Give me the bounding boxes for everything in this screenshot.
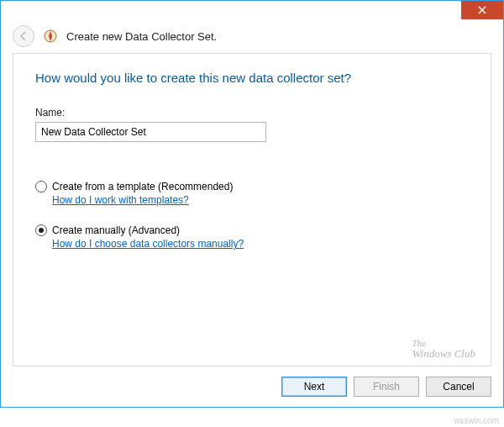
window-title: Create new Data Collector Set. <box>66 30 217 43</box>
page-heading: How would you like to create this new da… <box>35 71 469 85</box>
radio-manual-label: Create manually (Advanced) <box>52 224 180 236</box>
titlebar <box>1 1 503 24</box>
watermark: The Windows Club <box>412 339 476 359</box>
radio-manual[interactable] <box>35 224 47 236</box>
help-link-templates[interactable]: How do I work with templates? <box>52 194 189 206</box>
back-arrow-icon <box>18 30 29 42</box>
radio-template-label: Create from a template (Recommended) <box>52 181 233 192</box>
header-row: Create new Data Collector Set. <box>1 24 503 53</box>
cancel-button[interactable]: Cancel <box>426 377 491 397</box>
name-label: Name: <box>35 107 469 119</box>
content-panel: How would you like to create this new da… <box>13 53 491 366</box>
creation-mode-group: Create from a template (Recommended) How… <box>35 181 469 268</box>
next-button[interactable]: Next <box>281 377 347 397</box>
source-attribution: wsxwin.com <box>454 416 499 425</box>
back-button <box>13 25 34 47</box>
option-manual-row[interactable]: Create manually (Advanced) <box>35 224 469 236</box>
footer-buttons: Next Finish Cancel <box>1 366 503 407</box>
option-template-row[interactable]: Create from a template (Recommended) <box>35 181 469 192</box>
close-icon <box>478 6 486 14</box>
finish-button: Finish <box>354 377 419 397</box>
name-input[interactable] <box>35 122 266 142</box>
app-icon <box>43 29 58 44</box>
wizard-window: Create new Data Collector Set. How would… <box>0 0 504 408</box>
close-button[interactable] <box>461 1 503 19</box>
compass-icon <box>44 29 57 43</box>
radio-template[interactable] <box>35 181 47 192</box>
help-link-manual[interactable]: How do I choose data collectors manually… <box>52 238 244 250</box>
